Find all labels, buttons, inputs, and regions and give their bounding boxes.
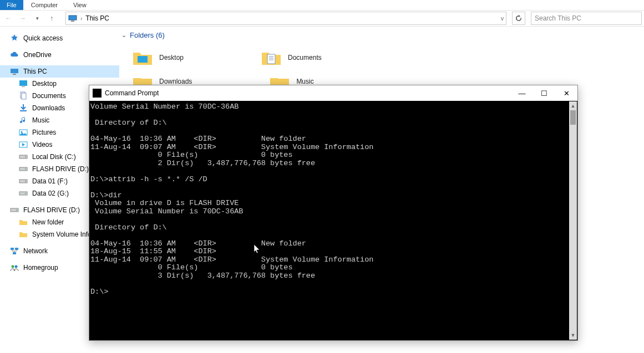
folder-item-music[interactable]: Music [270,78,313,85]
svg-point-13 [25,156,26,157]
downloads-folder-icon [133,78,153,85]
forward-button[interactable]: → [17,12,29,24]
folders-header-label: Folders (6) [130,31,165,39]
svg-point-15 [25,168,26,170]
drive-icon [10,206,19,214]
svg-rect-7 [22,93,26,99]
sidebar-label: Data 01 (F:) [32,177,68,185]
chevron-down-icon: ⌄ [121,32,126,39]
sidebar-label: Pictures [32,129,56,136]
cloud-icon [10,50,19,59]
folders-group-header[interactable]: ⌄ Folders (6) [119,31,644,39]
star-icon [10,34,19,43]
sidebar-item-onedrive[interactable]: OneDrive [0,49,119,61]
search-input[interactable]: Search This PC [531,12,642,25]
svg-rect-24 [13,252,16,254]
svg-rect-23 [15,248,18,250]
drive-icon [19,189,28,198]
folder-label: Downloads [159,78,192,85]
svg-point-21 [16,209,17,211]
documents-icon [19,91,28,100]
drive-icon [19,177,28,186]
svg-rect-27 [138,56,148,63]
folder-item-downloads[interactable]: Downloads [133,78,192,85]
sidebar-label: This PC [23,68,47,75]
scroll-thumb[interactable] [570,110,576,125]
folder-icon [19,230,28,239]
refresh-button[interactable] [512,12,525,25]
sidebar-label: New folder [32,218,64,226]
svg-rect-5 [22,86,25,87]
search-placeholder: Search This PC [535,14,581,22]
this-pc-icon [68,14,77,23]
folder-label: Documents [288,54,322,62]
music-icon [19,116,28,125]
documents-folder-icon [261,49,281,66]
sidebar-label: Network [23,247,48,255]
svg-point-17 [25,181,26,182]
svg-rect-28 [267,54,275,64]
folder-icon [19,218,28,227]
sidebar-label: Documents [32,92,66,100]
sidebar-label: FLASH DRIVE (D:) [32,165,89,173]
folder-item-desktop[interactable]: Desktop [133,49,184,66]
explorer-menu-bar: File Computer View [0,0,644,10]
scroll-up-icon[interactable]: ▲ [569,101,577,110]
svg-point-25 [12,265,14,268]
pictures-icon [19,128,28,137]
network-icon [10,247,19,255]
cmd-scrollbar[interactable]: ▲ ▼ [569,101,577,340]
sidebar-label: Downloads [32,104,65,112]
recent-dropdown[interactable]: ▾ [31,12,43,24]
command-prompt-output[interactable]: Volume Serial Number is 70DC-36AB Direct… [89,101,577,340]
svg-point-26 [15,265,18,268]
window-title: Command Prompt [105,89,511,97]
close-button[interactable]: ✕ [555,85,577,101]
scroll-down-icon[interactable]: ▼ [569,331,577,340]
breadcrumb-this-pc[interactable]: This PC [85,14,109,22]
sidebar-label: Videos [32,141,52,149]
drive-icon [19,165,28,173]
sidebar-item-this-pc[interactable]: This PC [0,65,119,78]
sidebar-label: OneDrive [23,51,52,59]
sidebar-label: Quick access [23,34,63,42]
folder-label: Music [296,78,313,85]
desktop-folder-icon [133,49,153,66]
svg-rect-8 [20,110,27,111]
sidebar-label: Local Disk (C:) [32,153,76,161]
svg-point-19 [25,193,26,194]
this-pc-icon [10,67,19,76]
command-prompt-window[interactable]: Command Prompt — ☐ ✕ Volume Serial Numbe… [89,85,578,341]
homegroup-icon [10,263,19,272]
address-dropdown-icon[interactable]: v [501,16,504,22]
sidebar-label: Homegroup [23,264,58,272]
desktop-icon [19,79,28,88]
downloads-icon [19,104,28,112]
folder-item-documents[interactable]: Documents [261,49,322,66]
menu-file[interactable]: File [0,0,23,10]
svg-rect-1 [71,21,74,22]
svg-rect-3 [13,74,16,75]
mouse-cursor-icon [253,244,261,254]
svg-rect-4 [19,80,27,86]
menu-computer[interactable]: Computer [23,1,65,9]
sidebar-label: Desktop [32,80,57,88]
command-prompt-titlebar[interactable]: Command Prompt — ☐ ✕ [89,85,577,101]
back-button[interactable]: ← [2,12,14,24]
cmd-icon [93,89,102,98]
sidebar-label: FLASH DRIVE (D:) [23,206,80,214]
music-folder-icon [270,78,290,85]
address-bar[interactable]: › This PC v [65,12,506,25]
maximize-button[interactable]: ☐ [533,85,555,101]
sidebar-item-quick-access[interactable]: Quick access [0,32,119,44]
svg-rect-2 [11,69,18,73]
sidebar-label: Music [32,116,49,124]
menu-view[interactable]: View [65,1,94,9]
sidebar-label: Data 02 (G:) [32,190,69,197]
breadcrumb-chevron-icon: › [80,16,82,22]
svg-rect-22 [11,248,14,250]
minimize-button[interactable]: — [511,85,533,101]
drive-icon [19,152,28,161]
up-button[interactable]: ↑ [45,12,58,24]
videos-icon [19,140,28,149]
